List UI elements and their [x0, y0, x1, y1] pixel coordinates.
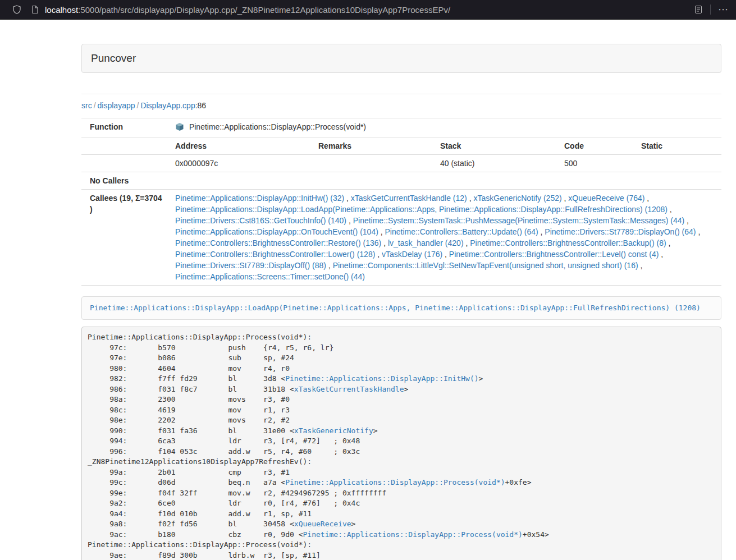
page-icon [30, 5, 39, 14]
symbol-highlight-link[interactable]: Pinetime::Applications::DisplayApp::Load… [90, 304, 701, 312]
callee-link[interactable]: Pinetime::Components::LittleVgl::SetNewT… [333, 261, 638, 270]
breadcrumb: src/displayapp/DisplayApp.cpp:86 [81, 100, 721, 111]
callees-row: Callees (19, Σ=3704 ) Pinetime::Applicat… [81, 190, 721, 286]
callee-link[interactable]: xQueueReceive (764) [568, 194, 644, 203]
callee-link[interactable]: Pinetime::Applications::DisplayApp::Init… [175, 194, 344, 203]
reader-mode-icon[interactable] [694, 5, 703, 14]
page-panel: Puncover [81, 44, 721, 73]
callee-link[interactable]: Pinetime::Applications::DisplayApp::OnTo… [175, 227, 378, 236]
divider [81, 94, 721, 94]
callee-link[interactable]: Pinetime::Applications::Screens::Timer::… [175, 272, 365, 281]
breadcrumb-link[interactable]: displayapp [98, 101, 135, 110]
column-header-remarks: Remarks [310, 137, 432, 155]
callees-cell: Pinetime::Applications::DisplayApp::Init… [167, 190, 721, 286]
callee-link[interactable]: Pinetime::Drivers::Cst816S::GetTouchInfo… [175, 216, 346, 225]
callees-label: Callees (19, Σ=3704 ) [81, 190, 167, 286]
callee-link[interactable]: Pinetime::Controllers::BrightnessControl… [175, 238, 381, 247]
function-row-label: Function [81, 118, 167, 137]
code-symbol-link[interactable]: xTaskGetCurrentTaskHandle [294, 385, 404, 393]
url-text: localhost:5000/path/src/displayapp/Displ… [45, 5, 450, 15]
callee-link[interactable]: Pinetime::Controllers::BrightnessControl… [449, 250, 659, 259]
url-path: :5000/path/src/displayapp/DisplayApp.cpp… [78, 5, 450, 15]
column-header-static: Static [633, 137, 721, 155]
function-cube-icon [175, 122, 184, 134]
url-bar[interactable]: localhost:5000/path/src/displayapp/Displ… [30, 5, 687, 15]
no-callers-cell [167, 172, 721, 190]
callee-link[interactable]: Pinetime::Controllers::BrightnessControl… [175, 250, 375, 259]
callee-link[interactable]: Pinetime::Applications::DisplayApp::Load… [175, 205, 668, 214]
function-table: Function Pinetime::Applications::Display… [81, 118, 721, 286]
code-symbol-link[interactable]: Pinetime::Applications::DisplayApp::Init… [285, 374, 478, 383]
page-container: Puncover src/displayapp/DisplayApp.cpp:8… [81, 44, 721, 560]
shield-icon[interactable] [12, 5, 21, 14]
browser-chrome: localhost:5000/path/src/displayapp/Displ… [0, 0, 736, 20]
column-header-address: Address [167, 137, 310, 155]
function-name-cell: Pinetime::Applications::DisplayApp::Proc… [167, 118, 721, 137]
breadcrumb-link[interactable]: DisplayApp.cpp [140, 101, 195, 110]
callee-link[interactable]: Pinetime::System::SystemTask::PushMessag… [353, 216, 685, 225]
toolbar-divider [710, 4, 711, 15]
column-header-code: Code [556, 137, 633, 155]
overflow-menu-icon[interactable]: ⋯ [718, 5, 728, 14]
breadcrumb-link[interactable]: src [81, 101, 92, 110]
callee-link[interactable]: Pinetime::Controllers::BrightnessControl… [470, 238, 666, 247]
static-value [633, 155, 721, 172]
column-header-stack: Stack [432, 137, 556, 155]
code-symbol-link[interactable]: Pinetime::Applications::DisplayApp::Proc… [285, 478, 505, 486]
page-title: Puncover [82, 44, 721, 72]
callee-link[interactable]: vTaskDelay (176) [382, 250, 442, 259]
function-name: Pinetime::Applications::DisplayApp::Proc… [189, 122, 366, 131]
metrics-row-spacer [81, 155, 167, 172]
stack-value: 40 (static) [432, 155, 556, 172]
callee-link[interactable]: Pinetime::Drivers::St7789::DisplayOff() … [175, 261, 326, 270]
no-callers-row: No Callers [81, 172, 721, 190]
breadcrumb-line-number: :86 [195, 101, 206, 110]
callee-link[interactable]: xTaskGetCurrentTaskHandle (12) [351, 194, 467, 203]
callee-link[interactable]: xTaskGenericNotify (252) [473, 194, 561, 203]
url-host: localhost [45, 5, 78, 15]
toolbar-actions: ⋯ [694, 4, 728, 15]
address-value: 0x0000097c [167, 155, 310, 172]
callee-link[interactable]: Pinetime::Drivers::St7789::DisplayOn() (… [545, 227, 696, 236]
function-row: Function Pinetime::Applications::Display… [81, 118, 721, 137]
symbol-highlight-box: Pinetime::Applications::DisplayApp::Load… [81, 296, 721, 320]
code-symbol-link[interactable]: xQueueReceive [294, 520, 351, 528]
no-callers-label: No Callers [81, 172, 167, 190]
remarks-value [310, 155, 432, 172]
metrics-row: 0x0000097c 40 (static) 500 [81, 155, 721, 172]
callee-link[interactable]: lv_task_handler (420) [388, 238, 464, 247]
metrics-header-spacer [81, 137, 167, 155]
breadcrumb-separator: / [135, 101, 141, 110]
code-value: 500 [556, 155, 633, 172]
disassembly: Pinetime::Applications::DisplayApp::Proc… [81, 327, 721, 560]
code-symbol-link[interactable]: Pinetime::Applications::DisplayApp::Proc… [303, 530, 523, 539]
metrics-header-row: AddressRemarksStackCodeStatic [81, 137, 721, 155]
breadcrumb-separator: / [92, 101, 98, 110]
code-symbol-link[interactable]: xTaskGenericNotify [294, 426, 373, 435]
callee-link[interactable]: Pinetime::Controllers::Battery::Update()… [385, 227, 538, 236]
